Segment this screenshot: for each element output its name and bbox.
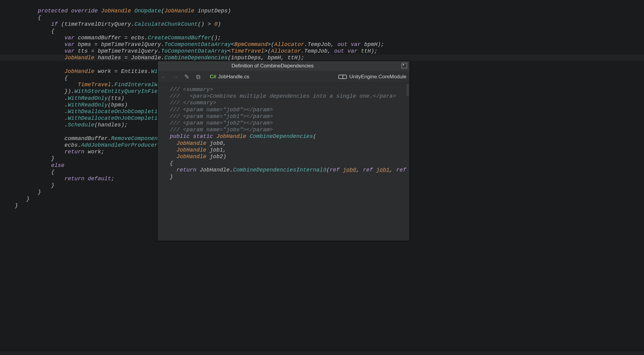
peek-title-bar[interactable]: Definition of CombineDependencies — [158, 61, 409, 71]
peek-toolbar: ← → ✎ ⧉ C# JobHandle.cs UnityEngine.Core… — [158, 71, 409, 83]
m-combinedeps[interactable]: CombineDependencies — [164, 55, 228, 61]
param-job1: job1 — [210, 147, 223, 153]
peek-code[interactable]: /// <summary> /// <para>Combines multipl… — [158, 86, 409, 180]
id-work: work — [98, 68, 111, 74]
peek-filename: JobHandle.cs — [218, 74, 249, 80]
id-bpmh: bpmH — [364, 41, 377, 47]
kw-default: default — [88, 176, 111, 182]
edit-icon[interactable]: ✎ — [184, 73, 190, 80]
kw-var: var — [64, 35, 74, 41]
peek-module-name: UnityEngine.CoreModule — [349, 74, 406, 80]
kw-else: else — [51, 162, 64, 168]
csharp-icon: C# — [210, 74, 216, 80]
type-bpmcommand: BpmCommand — [234, 41, 268, 47]
m-combinedeps-def: CombineDependencies — [250, 133, 313, 139]
m-schedule: Schedule — [68, 122, 94, 128]
peek-definition-panel[interactable]: Definition of CombineDependencies ← → ✎ … — [157, 61, 410, 241]
kw-protected: protected — [38, 8, 68, 14]
kw-out: out — [337, 41, 347, 47]
m-addjobhandle: AddJobHandleForProducer — [81, 142, 158, 148]
id-tth: ttH — [361, 48, 371, 54]
status-bar[interactable] — [0, 351, 644, 355]
type-jobhandle: JobHandle — [101, 8, 131, 14]
m-withstorequery: WithStoreEntityQueryInField — [74, 88, 164, 94]
type-timetravel: TimeTravel — [231, 48, 264, 54]
type-allocator: Allocator — [274, 41, 304, 47]
arg-inputdeps: inputDeps — [198, 8, 228, 14]
param-job0: job0 — [210, 140, 223, 146]
id-tts: tts — [78, 48, 88, 54]
id-bpms: bpms — [78, 41, 91, 47]
pin-icon[interactable] — [402, 63, 407, 68]
promote-icon[interactable]: ⧉ — [195, 73, 201, 80]
literal-zero: 0 — [214, 21, 218, 27]
peek-title-text: Definition of CombineDependencies — [232, 63, 314, 69]
m-withreadonly: WithReadOnly — [68, 95, 108, 101]
kw-if: if — [51, 21, 58, 27]
m-calcchunkcount: CalculateChunkCount — [134, 21, 198, 27]
kw-ref: ref — [330, 167, 340, 173]
m-withdealloc: WithDeallocateOnJobCompletion — [68, 109, 164, 115]
argtype: JobHandle — [164, 8, 194, 14]
m-createcmdbuffer: CreateCommandBuffer — [148, 35, 211, 41]
peek-body[interactable]: /// <summary> /// <para>Combines multipl… — [158, 83, 409, 241]
kw-return: return — [64, 149, 84, 155]
forward-icon[interactable]: → — [172, 73, 178, 80]
param-job2: job2 — [210, 154, 223, 160]
kw-static: static — [193, 133, 213, 139]
ref-job0[interactable]: job0 — [343, 167, 356, 173]
kw-override: override — [71, 8, 98, 14]
link-icon — [340, 75, 347, 79]
m-combine-internal: CombineDependenciesInternal3 — [233, 167, 326, 173]
kw-public: public — [170, 133, 190, 139]
peek-file-label[interactable]: C# JobHandle.cs — [210, 74, 249, 80]
id-commandbuffer: commandBuffer — [78, 35, 121, 41]
m-removecomponent: RemoveComponent — [111, 135, 161, 142]
xmldoc: /// <summary> — [170, 86, 213, 93]
method-onupdate: OnUpdate — [134, 8, 161, 14]
editor-area: protected override JobHandle OnUpdate(Jo… — [0, 0, 644, 355]
id-ttdirtyquery: timeTravelDirtyQuery — [64, 21, 131, 27]
enum-tempjob: TempJob — [307, 41, 331, 47]
ref-job1[interactable]: job1 — [376, 167, 389, 173]
id-handles: handles — [98, 55, 121, 61]
m-tocomparray: ToComponentDataArray — [164, 41, 231, 47]
id-ecbs: ecbs — [131, 35, 144, 41]
peek-module[interactable]: UnityEngine.CoreModule — [340, 74, 406, 80]
back-icon[interactable]: ← — [161, 73, 167, 80]
